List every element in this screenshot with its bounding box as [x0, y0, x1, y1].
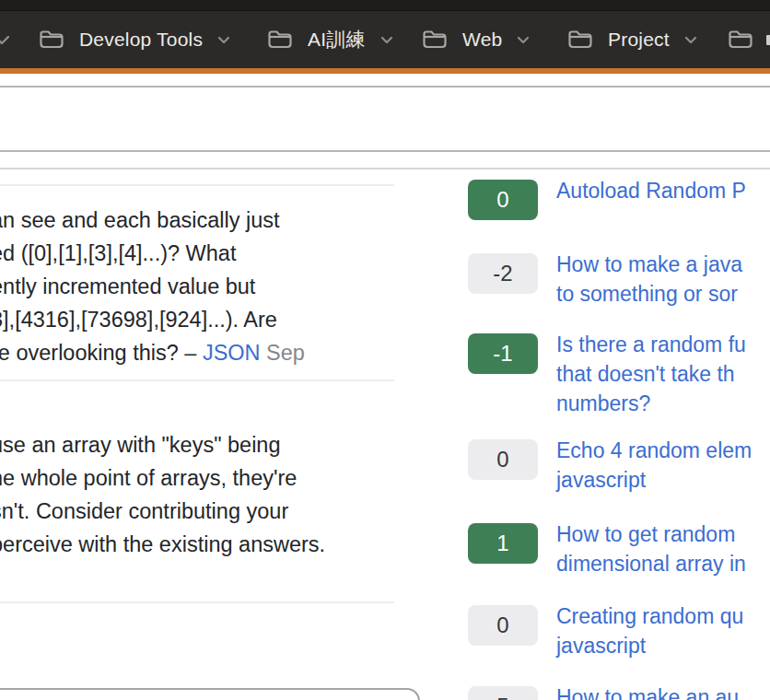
comment-text-line: ed ([0],[1],[3],[4]...)? What — [0, 237, 392, 270]
vote-score-badge: 0 — [468, 180, 538, 220]
chevron-down-icon — [684, 36, 697, 44]
comment-separator — [0, 184, 394, 186]
chevron-down-icon[interactable] — [0, 33, 10, 50]
page-divider-top — [0, 86, 770, 88]
bookmark-folder-label: AI訓練 — [308, 27, 366, 52]
bookmark-folder-ai-training[interactable]: AI訓練 — [267, 11, 393, 68]
bookmark-folder-develop-tools[interactable]: Develop Tools — [39, 11, 230, 68]
folder-icon — [422, 29, 448, 50]
question-title-line: that doesn't take th — [556, 359, 746, 389]
question-title-line: Is there a random fu — [556, 330, 746, 359]
comment-text-line: he whole point of arrays, they're — [0, 461, 392, 495]
folder-icon — [728, 29, 753, 50]
related-question-link[interactable]: Creating random qu javascript — [556, 601, 743, 660]
vote-score-badge: 0 — [468, 605, 538, 646]
comment-text-line: re overlooking this? – JSON Sep — [0, 336, 392, 369]
comment-text-tail: re overlooking this? – — [0, 341, 203, 365]
question-title-line: dimensional array in — [556, 549, 746, 578]
orange-accent-bar — [0, 68, 770, 74]
vote-score-badge: 1 — [468, 523, 538, 564]
question-title-line: How to get random — [556, 519, 746, 549]
related-question-link[interactable]: How to get random dimensional array in — [556, 519, 746, 578]
bookmark-folder-clipped[interactable] — [728, 11, 753, 68]
question-title-line: numbers? — [556, 389, 746, 418]
related-question-link[interactable]: How to make a java to something or sor — [556, 250, 742, 309]
vote-score-badge: 5 — [468, 686, 538, 700]
page-divider-subheader — [0, 168, 770, 169]
question-title-line: javascript — [556, 465, 752, 495]
related-question-link[interactable]: Echo 4 random elem javascript — [556, 436, 752, 495]
comment-text-line: an see and each basically just — [0, 204, 392, 237]
bookmark-folder-label: Develop Tools — [79, 29, 203, 51]
bookmark-folder-label: Project — [608, 29, 670, 51]
question-title-line: How to make an au — [556, 682, 739, 700]
comment-text-line: sn't. Consider contributing your — [0, 495, 392, 528]
folder-icon — [39, 29, 64, 50]
chevron-down-icon — [217, 36, 230, 44]
related-question-link[interactable]: How to make an au — [556, 682, 739, 700]
folder-icon — [567, 29, 593, 50]
comment: use an array with "keys" being he whole … — [0, 428, 392, 561]
comment-text-line: ently incremented value but — [0, 270, 392, 303]
question-title-line: How to make a java — [556, 250, 742, 279]
comment-author-link[interactable]: JSON — [203, 341, 261, 365]
comment-separator — [0, 601, 394, 603]
page-divider-header — [0, 150, 770, 152]
bookmark-folder-project[interactable]: Project — [567, 11, 697, 68]
comment-separator — [0, 379, 394, 381]
related-question-link[interactable]: Is there a random fu that doesn't take t… — [556, 330, 746, 418]
bookmarks-bar: Develop Tools AI訓練 Web — [0, 11, 770, 68]
comment-text-line: use an array with "keys" being — [0, 428, 392, 461]
chevron-down-icon — [517, 36, 530, 44]
browser-window: Develop Tools AI訓練 Web — [0, 0, 770, 700]
comment-date: Sep — [261, 341, 305, 365]
bookmark-folder-web[interactable]: Web — [422, 11, 530, 68]
related-question-link[interactable]: Autoload Random P — [556, 176, 746, 205]
question-title-line: Autoload Random P — [556, 176, 746, 205]
add-comment-input[interactable] — [0, 688, 420, 700]
question-title-line: Creating random qu — [556, 601, 743, 631]
vote-score-badge: -2 — [468, 253, 538, 294]
bookmark-folder-label: Web — [462, 29, 502, 51]
vote-score-badge: -1 — [468, 333, 538, 374]
vote-score-badge: 0 — [468, 439, 538, 480]
question-title-line: to something or sor — [556, 279, 742, 309]
folder-icon — [267, 29, 293, 50]
comment: an see and each basically just ed ([0],[… — [0, 204, 392, 369]
chevron-down-icon — [380, 36, 393, 44]
comment-text-line: perceive with the existing answers. — [0, 528, 392, 561]
tab-bar-bottom-strip — [0, 0, 770, 11]
question-title-line: javascript — [556, 631, 743, 660]
comment-text-line: 3],[4316],[73698],[924]...). Are — [0, 303, 392, 336]
question-title-line: Echo 4 random elem — [556, 436, 752, 465]
clipped-bookmark-label-fragment — [766, 35, 770, 45]
